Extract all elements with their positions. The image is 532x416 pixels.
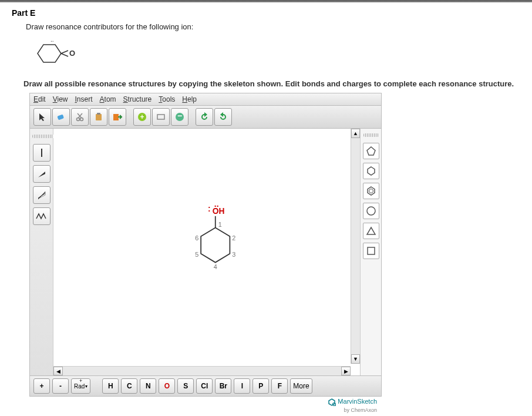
svg-line-34 — [335, 405, 336, 406]
part-title: Part E — [12, 8, 520, 18]
menu-tools[interactable]: Tools — [159, 95, 175, 103]
eraser-tool[interactable] — [52, 108, 70, 126]
svg-rect-15 — [157, 115, 164, 119]
menu-atom[interactable]: Atom — [100, 95, 116, 103]
brand-name: MarvinSketch — [338, 398, 377, 405]
svg-line-3 — [61, 53, 68, 56]
left-toolbar — [30, 129, 53, 375]
charge-minus-tool[interactable]: − — [171, 108, 188, 126]
scroll-down-arrow[interactable]: ▼ — [351, 354, 360, 364]
single-bond-tool[interactable] — [33, 144, 50, 162]
menubar: Edit View Insert Atom Structure Tools He… — [29, 93, 382, 105]
vertical-scrollbar[interactable]: ▲ ▼ — [351, 129, 360, 364]
svg-rect-31 — [368, 247, 375, 254]
svg-rect-11 — [97, 113, 100, 115]
problem-molecule: .. O — [26, 36, 520, 73]
chain-tool[interactable] — [33, 207, 50, 225]
atom-num-4: 4 — [214, 263, 217, 270]
svg-rect-12 — [113, 114, 119, 120]
scroll-left-arrow[interactable]: ◀ — [53, 367, 63, 375]
instruction-1: Draw resonance contributors for the foll… — [26, 22, 520, 31]
svg-point-7 — [80, 118, 83, 121]
svg-text:+: + — [140, 113, 144, 121]
charge-minus-button[interactable]: - — [52, 378, 69, 394]
instruction-2: Draw all possible resonance structures b… — [23, 79, 520, 88]
oh-dots-1: : — [208, 204, 211, 213]
element-br[interactable]: Br — [215, 378, 231, 394]
grip-icon — [363, 133, 379, 137]
element-n[interactable]: N — [140, 378, 156, 394]
menu-view[interactable]: View — [53, 95, 68, 103]
paste-tool[interactable] — [90, 108, 107, 126]
svg-marker-1 — [38, 45, 61, 62]
svg-marker-24 — [201, 228, 230, 263]
redo-tool[interactable] — [214, 108, 232, 126]
cursor-tool[interactable] — [33, 108, 51, 126]
element-f[interactable]: F — [271, 378, 288, 394]
radical-button[interactable]: +Rad▾ — [71, 378, 90, 394]
charge-plus-tool[interactable]: + — [133, 108, 151, 126]
svg-line-2 — [61, 51, 68, 53]
svg-marker-26 — [368, 167, 375, 175]
svg-marker-22 — [38, 192, 45, 199]
svg-text:−: − — [177, 112, 182, 120]
pentagon-tool[interactable] — [363, 143, 379, 159]
atom-num-6: 6 — [195, 234, 198, 241]
cycloheptane-tool[interactable] — [363, 203, 379, 219]
atom-num-5: 5 — [195, 251, 198, 258]
right-toolbar — [360, 129, 381, 375]
svg-text:..: .. — [50, 36, 54, 43]
scroll-right-arrow[interactable]: ▶ — [341, 367, 351, 375]
charge-plus-button[interactable]: + — [33, 378, 50, 394]
export-tool[interactable] — [109, 108, 126, 126]
element-i[interactable]: I — [234, 378, 250, 394]
cut-tool[interactable] — [71, 108, 89, 126]
brand-by: by ChemAxon — [344, 407, 377, 413]
svg-marker-25 — [367, 147, 375, 155]
svg-rect-10 — [96, 114, 102, 120]
svg-rect-5 — [57, 114, 64, 120]
svg-marker-27 — [368, 187, 375, 195]
atom-num-3: 3 — [232, 251, 235, 258]
scroll-up-arrow[interactable]: ▲ — [351, 129, 360, 138]
horizontal-scrollbar[interactable]: ◀ ▶ — [53, 366, 351, 375]
svg-point-29 — [367, 207, 375, 215]
oh-label: OH — [213, 207, 225, 216]
element-h[interactable]: H — [102, 378, 119, 394]
square-tool[interactable] — [363, 243, 379, 259]
menu-help[interactable]: Help — [182, 95, 197, 103]
hexagon-tool[interactable] — [363, 163, 379, 179]
undo-tool[interactable] — [196, 108, 213, 126]
more-elements-button[interactable]: More — [290, 378, 312, 394]
branding: MarvinSketch by ChemAxon — [29, 397, 382, 415]
svg-marker-19 — [38, 172, 45, 177]
top-toolbar: + − — [29, 105, 382, 129]
menu-insert[interactable]: Insert — [75, 95, 93, 103]
atom-num-2: 2 — [232, 234, 235, 241]
svg-point-28 — [369, 189, 373, 193]
zoom-fit-tool[interactable] — [152, 108, 170, 126]
svg-marker-32 — [329, 399, 335, 405]
element-cl[interactable]: Cl — [196, 378, 213, 394]
atom-num-1: 1 — [218, 221, 222, 228]
element-p[interactable]: P — [252, 378, 269, 394]
marvin-editor: Edit View Insert Atom Structure Tools He… — [29, 93, 382, 415]
triangle-tool[interactable] — [363, 223, 379, 239]
benzene-tool[interactable] — [363, 183, 379, 199]
svg-point-6 — [77, 118, 80, 121]
menu-edit[interactable]: Edit — [33, 95, 46, 103]
menu-structure[interactable]: Structure — [123, 95, 152, 103]
element-o[interactable]: O — [159, 378, 175, 394]
element-c[interactable]: C — [121, 378, 137, 394]
canvas[interactable]: : .. OH 1 2 3 4 5 6 — [53, 129, 360, 375]
hash-bond-tool[interactable] — [33, 186, 50, 204]
svg-marker-30 — [367, 227, 375, 234]
wedge-bond-tool[interactable] — [33, 165, 50, 183]
bottom-toolbar: + - +Rad▾ H C N O S Cl Br I P F More — [29, 376, 382, 397]
svg-text:O: O — [69, 49, 75, 58]
element-s[interactable]: S — [177, 378, 194, 394]
